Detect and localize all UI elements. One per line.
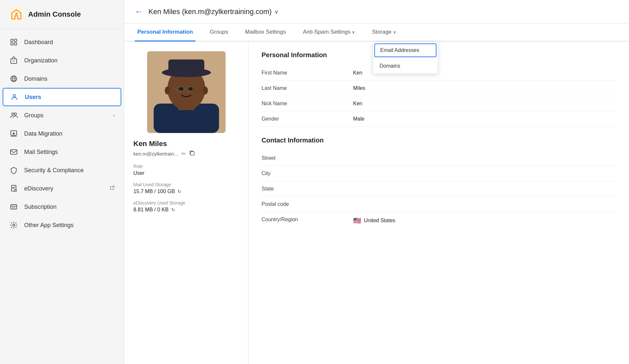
- profile-panel: Ken Miles ken.m@zylkertrain... ✏ Role Us…: [124, 41, 248, 364]
- svg-rect-3: [14, 39, 17, 41]
- gender-val: Male: [353, 116, 365, 122]
- svg-rect-15: [10, 150, 17, 154]
- info-row-country: Country/Region 🇺🇸 United States: [262, 212, 616, 229]
- mail-storage-refresh-icon[interactable]: ↻: [178, 189, 181, 194]
- svg-point-11: [13, 94, 16, 97]
- tabs-bar: Personal Information Groups Mailbox Sett…: [124, 24, 629, 41]
- sidebar-item-users-label: Users: [25, 94, 41, 101]
- nickname-val: Ken: [353, 101, 362, 107]
- contact-info-section: Contact Information Street City State Po…: [262, 137, 616, 229]
- dropdown-item-domains[interactable]: Domains: [373, 58, 438, 74]
- sidebar-item-subscription-label: Subscription: [24, 204, 57, 210]
- sidebar-item-groups[interactable]: Groups ›: [0, 106, 124, 124]
- sidebar: Admin Console Dashboard Organization Dom…: [0, 0, 124, 364]
- svg-point-13: [14, 113, 17, 115]
- role-value: User: [133, 170, 239, 176]
- subscription-icon: [9, 202, 18, 211]
- storage-dropdown-icon: ∨: [393, 29, 396, 35]
- info-row-postal: Postal code: [262, 197, 616, 212]
- us-flag-icon: 🇺🇸: [353, 217, 361, 224]
- svg-point-31: [165, 87, 170, 94]
- ediscovery-storage-value-row: 8.81 MB / 0 KB ↻: [133, 207, 239, 213]
- ediscovery-storage-value: 8.81 MB / 0 KB: [133, 207, 169, 213]
- tab-personal-information[interactable]: Personal Information: [135, 24, 196, 41]
- sidebar-item-users[interactable]: Users: [3, 88, 121, 106]
- sidebar-item-data-migration-label: Data Migration: [24, 130, 62, 137]
- tab-mailbox-settings[interactable]: Mailbox Settings: [243, 24, 289, 41]
- sidebar-item-data-migration[interactable]: Data Migration: [0, 124, 124, 143]
- admin-console-icon: [9, 7, 24, 22]
- groups-icon: [9, 111, 18, 120]
- sidebar-item-dashboard[interactable]: Dashboard: [0, 33, 124, 51]
- mail-icon: [9, 147, 18, 157]
- shield-icon: [9, 166, 18, 175]
- anti-spam-dropdown-menu: Email Addresses Domains: [373, 42, 438, 74]
- sidebar-item-mail-settings-label: Mail Settings: [24, 149, 58, 156]
- sidebar-item-ediscovery-label: eDiscovery: [24, 185, 53, 192]
- sidebar-item-organization[interactable]: Organization: [0, 51, 124, 70]
- profile-mail-storage-field: Mail Used Storage 15.7 MB / 100 GB ↻: [133, 182, 239, 194]
- svg-point-19: [12, 207, 13, 208]
- header-chevron-icon[interactable]: ∨: [274, 8, 279, 15]
- svg-point-32: [203, 87, 208, 94]
- country-key: Country/Region: [262, 217, 353, 223]
- svg-rect-4: [11, 43, 13, 45]
- sidebar-item-security-compliance[interactable]: Security & Compliance: [0, 161, 124, 179]
- svg-rect-26: [168, 59, 204, 76]
- building-icon: [9, 56, 18, 65]
- personal-info-section-title: Personal Information: [262, 51, 616, 59]
- tab-storage[interactable]: Storage ∨: [369, 24, 399, 41]
- back-button[interactable]: ←: [135, 7, 143, 17]
- mail-storage-value-row: 15.7 MB / 100 GB ↻: [133, 189, 239, 194]
- header: ← Ken Miles (ken.m@zylkertraining.com) ∨: [124, 0, 629, 24]
- svg-rect-2: [11, 39, 13, 41]
- info-row-firstname: First Name Ken: [262, 65, 616, 81]
- info-row-gender: Gender Male: [262, 111, 616, 127]
- info-row-nickname: Nick Name Ken: [262, 96, 616, 111]
- sidebar-item-other-app-settings-label: Other App Settings: [24, 222, 74, 229]
- svg-rect-7: [13, 60, 13, 61]
- sidebar-item-mail-settings[interactable]: Mail Settings: [0, 143, 124, 161]
- sidebar-item-security-compliance-label: Security & Compliance: [24, 167, 84, 174]
- tab-groups[interactable]: Groups: [207, 24, 231, 41]
- user-icon: [10, 92, 19, 102]
- svg-rect-6: [11, 59, 17, 63]
- chevron-right-icon: ›: [113, 112, 115, 118]
- copy-email-icon[interactable]: [189, 150, 195, 157]
- svg-rect-33: [191, 152, 194, 155]
- sidebar-item-ediscovery[interactable]: eDiscovery: [0, 179, 124, 198]
- avatar-container: [147, 51, 226, 133]
- sidebar-item-subscription[interactable]: Subscription: [0, 198, 124, 216]
- info-row-street: Street: [262, 151, 616, 166]
- lastname-val: Miles: [353, 85, 365, 91]
- ediscovery-storage-label: eDiscovery Used Storage: [133, 200, 239, 206]
- edit-email-icon[interactable]: ✏: [181, 151, 186, 157]
- dropdown-item-email-addresses[interactable]: Email Addresses: [374, 43, 436, 57]
- ediscovery-storage-refresh-icon[interactable]: ↻: [171, 207, 175, 212]
- header-title: Ken Miles (ken.m@zylkertraining.com) ∨: [148, 8, 279, 16]
- anti-spam-dropdown-icon: ∨: [352, 29, 355, 35]
- content-area: Ken Miles ken.m@zylkertrain... ✏ Role Us…: [124, 41, 629, 364]
- city-key: City: [262, 171, 353, 176]
- role-label: Role: [133, 164, 239, 169]
- sidebar-item-domains[interactable]: Domains: [0, 70, 124, 88]
- sidebar-item-other-app-settings[interactable]: Other App Settings: [0, 216, 124, 234]
- svg-point-12: [12, 113, 14, 115]
- mail-storage-value: 15.7 MB / 100 GB: [133, 189, 175, 194]
- postal-key: Postal code: [262, 201, 353, 207]
- contact-info-section-title: Contact Information: [262, 137, 616, 144]
- firstname-val: Ken: [353, 70, 362, 76]
- globe-icon: [9, 74, 18, 83]
- tab-anti-spam-settings[interactable]: Anti-Spam Settings ∨: [300, 24, 358, 41]
- svg-rect-18: [11, 205, 17, 209]
- download-icon: [9, 129, 18, 138]
- info-panel: Personal Information First Name Ken Last…: [248, 41, 629, 364]
- svg-rect-8: [14, 60, 15, 61]
- info-row-state: State: [262, 181, 616, 197]
- info-row-lastname: Last Name Miles: [262, 81, 616, 96]
- firstname-key: First Name: [262, 70, 353, 76]
- sidebar-nav: Dashboard Organization Domains Users: [0, 29, 124, 364]
- nickname-key: Nick Name: [262, 101, 353, 107]
- profile-email-row: ken.m@zylkertrain... ✏: [133, 150, 195, 157]
- state-key: State: [262, 186, 353, 192]
